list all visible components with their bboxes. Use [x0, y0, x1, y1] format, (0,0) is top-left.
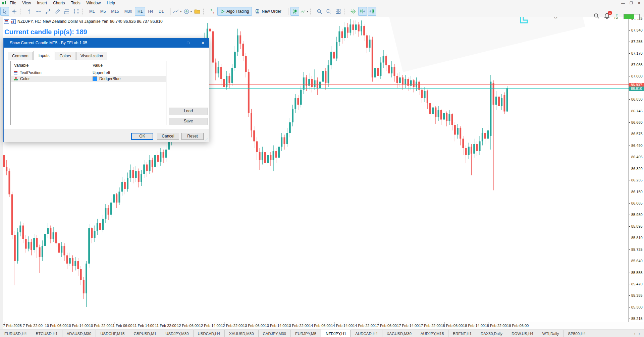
vertical-line-tool-button[interactable] — [25, 7, 34, 16]
tabs-scroll-right-button[interactable]: › — [639, 332, 640, 336]
folder-icon — [194, 9, 201, 14]
one-click-trading-icon[interactable] — [11, 19, 16, 24]
variable-value[interactable]: UpperLeft — [93, 70, 110, 75]
menu-window[interactable]: Window — [84, 0, 104, 6]
dialog-tab-visualization[interactable]: Visualization — [76, 52, 107, 60]
settings-button[interactable] — [349, 7, 358, 16]
window-restore-button[interactable]: ❐ — [630, 1, 633, 5]
symbol-tab-sp500-h4[interactable]: SP500,H4 — [564, 330, 590, 337]
window-close-button[interactable]: ✕ — [638, 1, 641, 5]
fibonacci-tool-button[interactable] — [62, 7, 71, 16]
menu-tools[interactable]: Tools — [68, 0, 84, 6]
input-row-color[interactable]: Color DodgerBlue — [11, 76, 166, 82]
channel-tool-button[interactable] — [53, 7, 62, 16]
dialog-tab-common[interactable]: Common — [8, 52, 33, 60]
input-row-textposition[interactable]: TextPosition UpperLeft — [11, 70, 166, 76]
save-button[interactable]: Save — [169, 118, 208, 125]
timeframe-m15-button[interactable]: M15 — [108, 7, 121, 16]
dialog-close-button[interactable]: ✕ — [198, 38, 208, 48]
symbol-tab-audcad-h4[interactable]: AUDCAD,H4 — [351, 330, 382, 337]
dialog-footer: OK Cancel Reset ⋰ — [4, 129, 209, 142]
ok-button[interactable]: OK — [131, 133, 153, 140]
symbol-tab-usdchf-m15[interactable]: USDCHF,M15 — [96, 330, 129, 337]
symbol-tab-eurusd-h4[interactable]: EURUSD,H4 — [0, 330, 31, 337]
auto-scroll-button[interactable] — [368, 7, 376, 16]
fibonacci-icon — [64, 8, 70, 14]
tile-windows-button[interactable] — [334, 7, 342, 16]
symbol-tab-adausd-m30[interactable]: ADAUSD,M30 — [62, 330, 96, 337]
templates-button[interactable] — [193, 7, 202, 16]
indicators-button[interactable]: ▾ — [183, 7, 193, 16]
chart-type-button[interactable]: ▾ — [172, 7, 182, 16]
symbol-tab-wti-daily[interactable]: WTI,Daily — [538, 330, 564, 337]
price-tick — [629, 134, 630, 134]
load-button[interactable]: Load — [169, 108, 208, 115]
timeframe-m5-button[interactable]: M5 — [98, 7, 109, 16]
line-chart-mode-button[interactable]: ▾ — [300, 7, 309, 16]
time-label: 13 Feb 22:00 — [287, 324, 309, 328]
candlestick-chart-button[interactable] — [290, 7, 299, 16]
symbol-tab-audjpy-m15[interactable]: AUDJPY,M15 — [416, 330, 448, 337]
symbol-tab-xagusd-m30[interactable]: XAGUSD,M30 — [382, 330, 416, 337]
timeframe-m30-button[interactable]: M30 — [122, 7, 135, 16]
level-indicator[interactable]: ⇧ LVL — [614, 14, 619, 19]
algo-trading-button[interactable]: Algo Trading — [217, 7, 252, 16]
time-label: 17 Feb 14:00 — [397, 324, 419, 328]
zoom-in-button[interactable] — [315, 7, 324, 16]
timeframe-m1-button[interactable]: M1 — [87, 7, 98, 16]
crosshair-tool-button[interactable] — [10, 7, 18, 16]
symbol-tab-xauusd-m30[interactable]: XAUUSD,M30 — [225, 330, 259, 337]
depth-of-market-icon[interactable] — [4, 19, 9, 24]
time-label: 7 Feb 22:00 — [23, 324, 43, 328]
crosshair-icon — [11, 8, 17, 14]
trendline-tool-button[interactable] — [44, 7, 52, 16]
dialog-tab-inputs[interactable]: Inputs — [34, 51, 55, 60]
price-label: 86.660 — [631, 120, 643, 124]
symbol-tab-nzdjpy-h1[interactable]: NZDJPY,H1 — [321, 330, 351, 337]
timeframe-h4-button[interactable]: H4 — [145, 7, 156, 16]
time-axis[interactable]: 7 Feb 20257 Feb 22:0010 Feb 06:0010 Feb … — [3, 322, 644, 329]
dialog-title-bar[interactable]: Show Current Candle MT5 - By TFLab 1.05 — [4, 38, 209, 48]
cursor-tool-button[interactable] — [0, 7, 9, 16]
menu-charts[interactable]: Charts — [50, 0, 68, 6]
zoom-out-button[interactable] — [324, 7, 333, 16]
reset-button[interactable]: Reset — [181, 133, 204, 140]
timeframe-h1-button[interactable]: H1 — [135, 7, 145, 16]
symbol-tab-dow-us-h4[interactable]: DOW.US,H4 — [507, 330, 538, 337]
menu-insert[interactable]: Insert — [34, 0, 50, 6]
dialog-minimize-button[interactable]: — — [169, 38, 178, 48]
timeframe-d1-button[interactable]: D1 — [156, 7, 166, 16]
new-order-button[interactable]: New Order — [253, 7, 284, 16]
menu-help[interactable]: Help — [104, 0, 118, 6]
symbol-tab-btcusd-h1[interactable]: BTCUSD,H1 — [31, 330, 62, 337]
horizontal-line-tool-button[interactable] — [34, 7, 43, 16]
chart-left-border — [3, 17, 3, 329]
price-label: 87.000 — [631, 74, 643, 78]
price-tick — [629, 42, 630, 42]
symbol-tab-gbpusd-m1[interactable]: GBPUSD,M1 — [129, 330, 161, 337]
symbol-tab-eurjpy-m5[interactable]: EURJPY,M5 — [291, 330, 321, 337]
price-axis[interactable]: 87.42587.34087.25587.17087.08587.00086.9… — [629, 17, 644, 322]
symbol-tab-cadjpy-m30[interactable]: CADJPY,M30 — [259, 330, 291, 337]
notifications-button[interactable]: 1 — [604, 13, 610, 20]
variable-value[interactable]: DodgerBlue — [99, 76, 120, 81]
window-minimize-button[interactable]: — — [621, 1, 625, 5]
chart-shift-button[interactable] — [358, 7, 367, 16]
symbol-tab-usdjpy-m30[interactable]: USDJPY,M30 — [161, 330, 193, 337]
search-button[interactable] — [594, 13, 599, 20]
deposit-withdraw-button[interactable] — [208, 7, 217, 16]
variable-name: TextPosition — [20, 70, 42, 75]
cancel-button[interactable]: Cancel — [157, 133, 179, 140]
tabs-scroll-left-button[interactable]: ‹ — [634, 332, 635, 336]
menu-file[interactable]: File — [7, 0, 19, 6]
price-tick — [629, 180, 630, 180]
symbol-tab-brent-h1[interactable]: BRENT,H1 — [448, 330, 476, 337]
dialog-tab-colors[interactable]: Colors — [55, 52, 75, 60]
resize-grip[interactable]: ⋰ — [205, 138, 208, 141]
symbol-tab-usdcad-h4[interactable]: USDCAD,H4 — [194, 330, 225, 337]
inputs-table[interactable]: Variable ValueTextPosition UpperLeftColo… — [10, 61, 166, 125]
symbol-tab-dax30-daily[interactable]: DAX30,Daily — [476, 330, 507, 337]
menu-view[interactable]: View — [19, 0, 34, 6]
shapes-tool-button[interactable] — [72, 7, 80, 16]
dialog-maximize-button[interactable]: ▢ — [183, 38, 193, 48]
